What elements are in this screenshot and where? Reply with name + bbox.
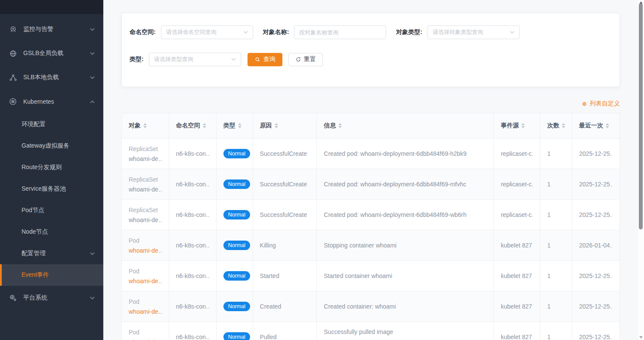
reason-cell: SuccessfulCreate xyxy=(253,139,317,169)
object-cell: Podwhoami-de… xyxy=(122,261,169,291)
chevron-down-icon xyxy=(243,31,248,34)
sidebar-item-config-mgmt[interactable]: 配置管理 xyxy=(0,243,103,264)
reason-cell: Created xyxy=(253,291,317,321)
message-cell: Created pod: whoami-deployment-6dbb484f6… xyxy=(317,139,494,169)
status-badge: Normal xyxy=(223,210,250,219)
chevron-down-icon xyxy=(90,28,95,31)
table-body: ReplicaSetwhoami-de…n6-k8s-con…NormalSuc… xyxy=(122,138,619,340)
message-cell: Successfully pulled image"harbor-local.i… xyxy=(317,322,494,340)
sidebar-item-platform[interactable]: 平台系统 xyxy=(0,286,103,310)
table-header: 对象 命名空间 类型 原因 信息 xyxy=(122,113,619,138)
column-header-namespace[interactable]: 命名空间 xyxy=(169,113,217,138)
column-header-last-seen[interactable]: 最近一次 xyxy=(572,113,619,138)
object-name-label: 对象名称: xyxy=(263,28,289,36)
sort-icon[interactable] xyxy=(275,123,278,128)
object-name-link[interactable]: whoami-de… xyxy=(129,278,162,284)
object-name-link[interactable]: whoami-de… xyxy=(129,247,162,254)
object-kind: Pod xyxy=(129,237,162,244)
status-badge: Normal xyxy=(223,332,250,340)
source-cell: kubelet 827 xyxy=(494,322,540,340)
column-header-count[interactable]: 次数 xyxy=(540,113,572,138)
status-badge: Normal xyxy=(223,179,250,189)
object-kind: ReplicaSet xyxy=(129,176,162,183)
type-cell: Normal xyxy=(217,322,253,340)
object-cell: ReplicaSetwhoami-de… xyxy=(122,200,169,230)
message-cell: Created container: whoami xyxy=(317,291,494,321)
scroll-down-arrow[interactable] xyxy=(639,336,643,339)
gear-icon xyxy=(581,101,588,107)
sidebar-item-monitoring[interactable]: 监控与告警 xyxy=(0,17,103,41)
namespace-cell: n6-k8s-con… xyxy=(169,291,217,321)
sidebar-item-service[interactable]: Service服务器池 xyxy=(0,178,103,200)
sidebar-item-route[interactable]: Route分发规则 xyxy=(0,157,103,178)
object-name-link[interactable]: whoami-de… xyxy=(129,339,162,340)
sidebar-nav: 监控与告警 GSLB全局负载 xyxy=(0,14,103,310)
sidebar-item-label: 监控与告警 xyxy=(23,25,90,33)
scrollbar-thumb[interactable] xyxy=(639,3,643,229)
network-icon xyxy=(8,74,18,82)
sort-icon[interactable] xyxy=(238,123,242,128)
type-cell: Normal xyxy=(217,139,253,169)
object-kind: ReplicaSet xyxy=(129,207,162,213)
chevron-down-icon xyxy=(231,58,236,61)
namespace-cell: n6-k8s-con… xyxy=(169,169,217,199)
message-cell: Stopping container whoami xyxy=(317,230,494,260)
table-toolbar: 列表自定义 xyxy=(121,100,620,108)
sidebar-item-kubernetes[interactable]: Kubernetes xyxy=(0,90,103,114)
vertical-scrollbar xyxy=(638,0,644,340)
reset-button[interactable]: 重置 xyxy=(288,53,323,66)
type-cell: Normal xyxy=(217,169,253,199)
sidebar-item-pod[interactable]: Pod节点 xyxy=(0,200,103,221)
object-kind: ReplicaSet xyxy=(129,145,162,152)
type-select[interactable]: 请选择类型查询 xyxy=(149,53,241,66)
status-badge: Normal xyxy=(223,302,250,311)
namespace-cell: n6-k8s-con… xyxy=(169,200,217,230)
object-type-select[interactable]: 请选择对象类型查询 xyxy=(427,25,520,39)
search-button[interactable]: 查询 xyxy=(248,53,282,66)
last-seen-cell: 2025-12-25… xyxy=(572,261,619,291)
sort-icon[interactable] xyxy=(562,123,565,128)
table-row: Podwhoami-de…n6-k8s-con…NormalStartedSta… xyxy=(122,260,619,291)
namespace-cell: n6-k8s-con… xyxy=(169,230,217,260)
object-name: whoami-de… xyxy=(129,216,162,223)
count-cell: 1 xyxy=(540,230,572,260)
last-seen-cell: 2026-01-04… xyxy=(572,230,619,260)
namespace-select[interactable]: 请选择命名空间查询 xyxy=(161,25,253,39)
message-cell: Created pod: whoami-deployment-6dbb484f6… xyxy=(317,169,494,199)
object-name: whoami-de… xyxy=(129,186,162,193)
sort-icon[interactable] xyxy=(203,123,206,128)
sidebar-item-event[interactable]: Event事件 xyxy=(0,264,103,286)
kubernetes-icon xyxy=(8,97,18,106)
column-header-message[interactable]: 信息 xyxy=(317,113,494,138)
column-header-reason[interactable]: 原因 xyxy=(253,113,317,138)
table-row: ReplicaSetwhoami-de…n6-k8s-con…NormalSuc… xyxy=(122,138,619,169)
column-header-object[interactable]: 对象 xyxy=(122,113,169,138)
sort-icon[interactable] xyxy=(338,123,342,128)
chevron-down-icon xyxy=(90,252,95,255)
sidebar-item-label: Kubernetes xyxy=(23,98,90,105)
customize-columns-link[interactable]: 列表自定义 xyxy=(581,100,620,108)
filter-row-1: 命名空间: 请选择命名空间查询 对象名称: 对象类型: 请选择对象类型查询 xyxy=(130,25,612,39)
sidebar-item-node[interactable]: Node节点 xyxy=(0,221,103,243)
chevron-down-icon xyxy=(510,31,514,34)
sort-icon[interactable] xyxy=(606,123,609,128)
search-icon xyxy=(254,56,261,63)
table-row: ReplicaSetwhoami-de…n6-k8s-con…NormalSuc… xyxy=(122,169,619,199)
last-seen-cell: 2025-12-25… xyxy=(572,139,619,169)
sort-icon[interactable] xyxy=(143,123,147,128)
sidebar-item-gslb[interactable]: GSLB全局负载 xyxy=(0,41,103,65)
object-name-link[interactable]: whoami-de… xyxy=(129,308,162,315)
object-cell: ReplicaSetwhoami-de… xyxy=(122,169,169,199)
sidebar-item-gateway[interactable]: Gateway虚拟服务 xyxy=(0,135,103,157)
globe-icon xyxy=(8,49,18,58)
sidebar-item-slb[interactable]: SLB本地负载 xyxy=(0,65,103,90)
status-badge: Normal xyxy=(223,149,250,158)
sidebar-item-env-config[interactable]: 环境配置 xyxy=(0,114,103,135)
column-header-type[interactable]: 类型 xyxy=(217,113,253,138)
reason-cell: SuccessfulCreate xyxy=(253,169,317,199)
column-header-source[interactable]: 事件源 xyxy=(494,113,540,138)
last-seen-cell: 2025-12-25… xyxy=(572,200,619,230)
sort-icon[interactable] xyxy=(521,123,525,128)
type-cell: Normal xyxy=(217,291,253,321)
object-name-input[interactable] xyxy=(294,25,386,39)
